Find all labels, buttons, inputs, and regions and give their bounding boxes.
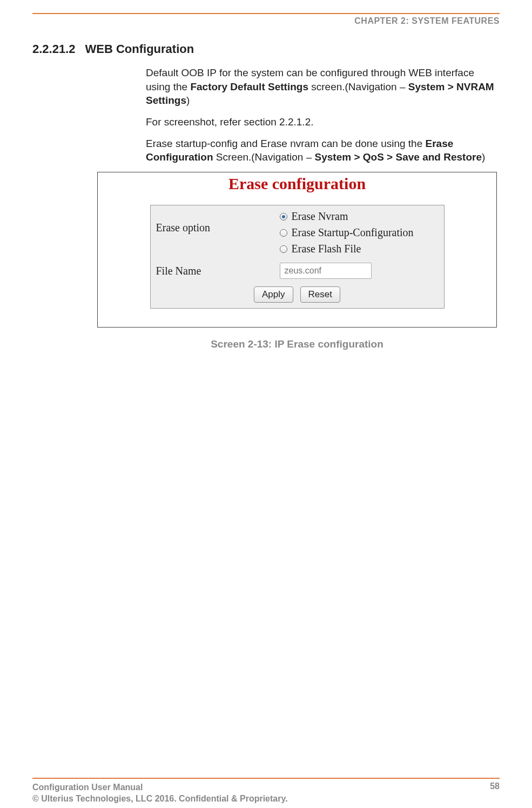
paragraph-1: Default OOB IP for the system can be con… <box>146 66 500 108</box>
radio-row-flash[interactable]: Erase Flash File <box>280 241 437 257</box>
footer-line-2: © Ulterius Technologies, LLC 2016. Confi… <box>32 793 288 805</box>
p3-bold-2: System > QoS > Save and Restore <box>315 151 482 163</box>
file-name-field-cell <box>278 259 444 281</box>
p1-text-2: screen.(Navigation – <box>308 81 408 92</box>
radio-row-nvram[interactable]: Erase Nvram <box>280 209 437 225</box>
p1-bold-1: Factory Default Settings <box>190 81 308 92</box>
row-erase-option: Erase option Erase Nvram Erase Startup-C… <box>151 205 444 259</box>
footer-left: Configuration User Manual © Ulterius Tec… <box>32 782 288 805</box>
figure: Erase configuration Erase option Erase N… <box>97 172 497 350</box>
p1-text-3: ) <box>186 95 190 106</box>
figure-box: Erase configuration Erase option Erase N… <box>97 172 497 328</box>
radio-label-nvram: Erase Nvram <box>292 210 348 223</box>
chapter-header: CHAPTER 2: SYSTEM FEATURES <box>32 14 500 42</box>
figure-title: Erase configuration <box>98 172 496 205</box>
radio-label-flash: Erase Flash File <box>292 243 361 255</box>
apply-button[interactable]: Apply <box>254 286 293 303</box>
section-title: WEB Configuration <box>85 42 194 56</box>
footer-rule <box>32 778 500 779</box>
row-file-name: File Name <box>151 259 444 283</box>
radio-label-startup: Erase Startup-Configuration <box>292 226 414 239</box>
footer: Configuration User Manual © Ulterius Tec… <box>32 782 500 805</box>
section-heading: 2.2.21.2WEB Configuration <box>32 42 500 56</box>
label-erase-option: Erase option <box>151 205 278 238</box>
section-number: 2.2.21.2 <box>32 42 76 56</box>
p3-text-3: ) <box>482 151 485 163</box>
file-name-input[interactable] <box>280 263 372 279</box>
erase-option-radios: Erase Nvram Erase Startup-Configuration … <box>278 205 444 259</box>
radio-icon[interactable] <box>280 245 287 253</box>
radio-icon[interactable] <box>280 229 287 237</box>
reset-button[interactable]: Reset <box>300 286 340 303</box>
paragraph-2: For screenshot, refer section 2.2.1.2. <box>146 115 500 129</box>
erase-config-form: Erase option Erase Nvram Erase Startup-C… <box>150 205 445 309</box>
radio-row-startup[interactable]: Erase Startup-Configuration <box>280 225 437 241</box>
paragraph-3: Erase startup-config and Erase nvram can… <box>146 137 500 164</box>
radio-icon[interactable] <box>280 213 287 221</box>
figure-caption: Screen 2-13: IP Erase configuration <box>97 338 497 350</box>
page-number: 58 <box>490 782 500 791</box>
p3-text-2: Screen.(Navigation – <box>213 151 315 163</box>
label-file-name: File Name <box>151 259 278 283</box>
p3-text-1: Erase startup-config and Erase nvram can… <box>146 138 426 149</box>
footer-line-1: Configuration User Manual <box>32 782 288 793</box>
page: CHAPTER 2: SYSTEM FEATURES 2.2.21.2WEB C… <box>0 13 532 808</box>
button-row: Apply Reset <box>151 283 444 308</box>
